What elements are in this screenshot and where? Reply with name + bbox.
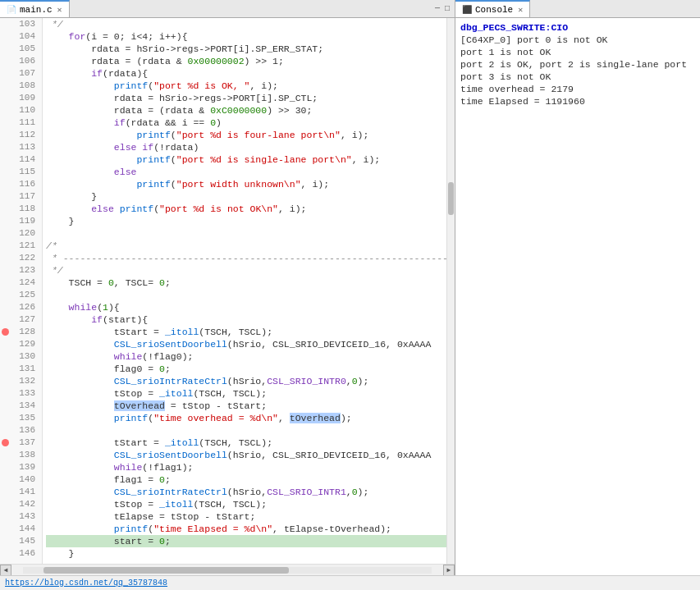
console-tab-close[interactable]: ✕ bbox=[518, 5, 523, 15]
bp-cell-131[interactable] bbox=[0, 363, 11, 375]
bp-cell-117[interactable] bbox=[0, 190, 11, 203]
line-numbers: 1031041051061071081091101111121131141151… bbox=[11, 18, 43, 564]
line-number-142: 142 bbox=[11, 498, 39, 510]
console-lines: [C64XP_0] port 0 is not OKport 1 is not … bbox=[460, 34, 695, 107]
line-number-140: 140 bbox=[11, 473, 39, 486]
bp-cell-112[interactable] bbox=[0, 129, 11, 141]
bp-cell-143[interactable] bbox=[0, 510, 11, 523]
bp-cell-146[interactable] bbox=[0, 547, 11, 560]
hscroll-left-button[interactable]: ◀ bbox=[0, 565, 11, 576]
bp-cell-145[interactable] bbox=[0, 535, 11, 547]
code-line-135: printf("time overhead = %d\n", tOverhead… bbox=[46, 412, 446, 424]
bp-cell-124[interactable] bbox=[0, 277, 11, 289]
line-number-115: 115 bbox=[11, 166, 39, 178]
hscroll-right-button[interactable]: ▶ bbox=[443, 565, 455, 576]
line-number-108: 108 bbox=[11, 80, 39, 92]
vertical-scrollbar[interactable] bbox=[446, 18, 455, 564]
line-number-125: 125 bbox=[11, 289, 39, 301]
code-line-107: if(rdata){ bbox=[46, 67, 446, 80]
editor-scroll-container: 1031041051061071081091101111121131141151… bbox=[0, 18, 455, 575]
code-area[interactable]: */ for(i = 0; i<4; i++){ rdata = hSrio->… bbox=[43, 18, 446, 564]
console-line: port 2 is OK, port 2 is single-lane port bbox=[460, 58, 695, 71]
code-line-115: else bbox=[46, 166, 446, 178]
bp-cell-129[interactable] bbox=[0, 338, 11, 350]
hscroll-thumb[interactable] bbox=[43, 567, 289, 574]
line-number-128: 128 bbox=[11, 326, 39, 338]
bp-cell-127[interactable] bbox=[0, 313, 11, 326]
bp-cell-126[interactable] bbox=[0, 301, 11, 313]
app-window: 📄 main.c ✕ ─ □ 1031041051061071081091101… bbox=[0, 0, 700, 590]
bp-cell-133[interactable] bbox=[0, 387, 11, 400]
code-line-119: } bbox=[46, 215, 446, 227]
bp-cell-115[interactable] bbox=[0, 166, 11, 178]
bp-cell-121[interactable] bbox=[0, 240, 11, 252]
bp-cell-108[interactable] bbox=[0, 80, 11, 92]
bp-cell-130[interactable] bbox=[0, 350, 11, 363]
code-line-113: else if(!rdata) bbox=[46, 141, 446, 153]
bp-cell-104[interactable] bbox=[0, 30, 11, 43]
bp-cell-113[interactable] bbox=[0, 141, 11, 153]
code-line-144: printf("time Elapsed = %d\n", tElapse-tO… bbox=[46, 523, 446, 535]
bp-cell-118[interactable] bbox=[0, 203, 11, 215]
console-tab-label: Console bbox=[475, 5, 513, 15]
code-line-118: else printf("port %d is not OK\n", i); bbox=[46, 203, 446, 215]
code-line-127: if(start){ bbox=[46, 313, 446, 326]
bp-cell-136[interactable] bbox=[0, 424, 11, 437]
bp-cell-138[interactable] bbox=[0, 449, 11, 461]
bp-cell-103[interactable] bbox=[0, 18, 11, 30]
bp-cell-135[interactable] bbox=[0, 412, 11, 424]
editor-tab-controls: ─ □ bbox=[433, 4, 455, 13]
bp-cell-123[interactable] bbox=[0, 264, 11, 277]
console-tab-bar: ⬛ Console ✕ bbox=[455, 0, 700, 18]
line-number-133: 133 bbox=[11, 387, 39, 400]
bp-cell-110[interactable] bbox=[0, 104, 11, 117]
line-number-130: 130 bbox=[11, 350, 39, 363]
line-number-103: 103 bbox=[11, 18, 39, 30]
bp-cell-122[interactable] bbox=[0, 252, 11, 264]
minimize-button[interactable]: ─ bbox=[433, 4, 442, 13]
code-line-114: printf("port %d is single-lane port\n", … bbox=[46, 153, 446, 166]
bp-cell-106[interactable] bbox=[0, 55, 11, 67]
code-line-122: * --------------------------------------… bbox=[46, 252, 446, 264]
line-number-106: 106 bbox=[11, 55, 39, 67]
bp-cell-134[interactable] bbox=[0, 400, 11, 412]
code-line-138: CSL_srioSentDoorbell(hSrio, CSL_SRIO_DEV… bbox=[46, 449, 446, 461]
bp-cell-139[interactable] bbox=[0, 461, 11, 473]
console-tab[interactable]: ⬛ Console ✕ bbox=[455, 0, 530, 17]
line-number-135: 135 bbox=[11, 412, 39, 424]
console-panel: ⬛ Console ✕ dbg_PECS_SWRITE:CIO [C64XP_0… bbox=[455, 0, 700, 575]
bp-cell-144[interactable] bbox=[0, 523, 11, 535]
bp-cell-128[interactable] bbox=[0, 326, 11, 338]
bp-cell-109[interactable] bbox=[0, 92, 11, 104]
bp-cell-132[interactable] bbox=[0, 375, 11, 387]
editor-tab-main-c[interactable]: 📄 main.c ✕ bbox=[0, 0, 70, 17]
bp-cell-120[interactable] bbox=[0, 227, 11, 240]
line-number-146: 146 bbox=[11, 547, 39, 560]
hscroll-track[interactable] bbox=[23, 567, 432, 574]
bp-cell-137[interactable] bbox=[0, 437, 11, 449]
bp-cell-107[interactable] bbox=[0, 67, 11, 80]
bp-cell-116[interactable] bbox=[0, 178, 11, 190]
scrollbar-thumb[interactable] bbox=[448, 182, 454, 215]
bp-cell-142[interactable] bbox=[0, 498, 11, 510]
editor-tab-close[interactable]: ✕ bbox=[57, 5, 62, 15]
editor-tab-bar: 📄 main.c ✕ ─ □ bbox=[0, 0, 455, 18]
bp-cell-119[interactable] bbox=[0, 215, 11, 227]
line-number-116: 116 bbox=[11, 178, 39, 190]
bp-cell-105[interactable] bbox=[0, 43, 11, 55]
code-line-109: rdata = hSrio->regs->PORT[i].SP_CTL; bbox=[46, 92, 446, 104]
status-link[interactable]: https://blog.csdn.net/qq_35787848 bbox=[5, 579, 167, 588]
bp-cell-140[interactable] bbox=[0, 473, 11, 486]
console-body: dbg_PECS_SWRITE:CIO [C64XP_0] port 0 is … bbox=[455, 18, 700, 575]
line-number-143: 143 bbox=[11, 510, 39, 523]
bp-cell-111[interactable] bbox=[0, 117, 11, 129]
maximize-button[interactable]: □ bbox=[443, 4, 451, 13]
code-line-116: printf("port width unknown\n", i); bbox=[46, 178, 446, 190]
bp-cell-114[interactable] bbox=[0, 153, 11, 166]
bp-cell-141[interactable] bbox=[0, 486, 11, 498]
bp-cell-125[interactable] bbox=[0, 289, 11, 301]
horizontal-scrollbar[interactable]: ◀ ▶ bbox=[0, 564, 455, 575]
console-header: dbg_PECS_SWRITE:CIO bbox=[460, 21, 695, 34]
line-number-112: 112 bbox=[11, 129, 39, 141]
c-file-icon: 📄 bbox=[7, 5, 16, 15]
